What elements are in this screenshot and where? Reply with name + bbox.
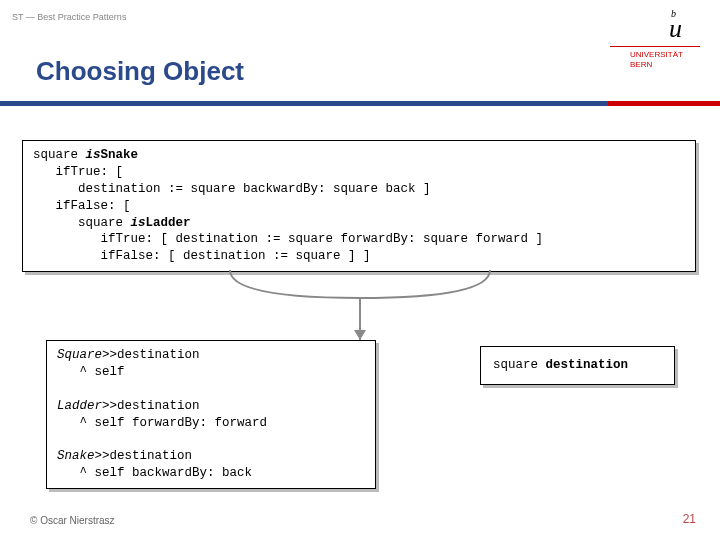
code-block-call: square destination (480, 346, 675, 385)
breadcrumb: ST — Best Practice Patterns (12, 12, 126, 22)
title-bar: Choosing Object (0, 36, 608, 106)
page-number: 21 (683, 512, 696, 526)
title-bar-accent (608, 36, 720, 106)
code-block-conditional: square isSnake ifTrue: [ destination := … (22, 140, 696, 272)
copyright: © Oscar Nierstrasz (30, 515, 115, 526)
code-block-polymorphic: Square>>destination ^ self Ladder>>desti… (46, 340, 376, 489)
page-title: Choosing Object (36, 56, 608, 87)
brace-connector (220, 268, 500, 348)
